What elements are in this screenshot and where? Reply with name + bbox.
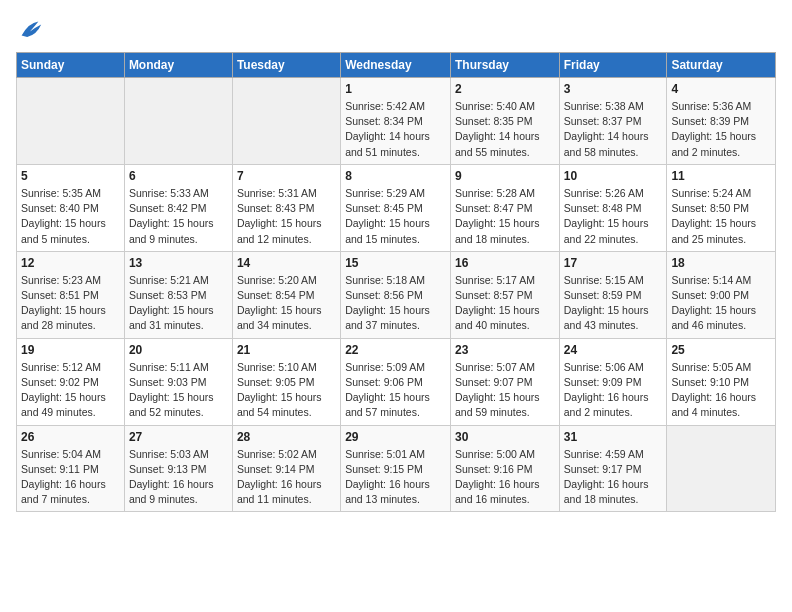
day-number: 7 xyxy=(237,169,336,183)
calendar-cell: 1Sunrise: 5:42 AM Sunset: 8:34 PM Daylig… xyxy=(341,78,451,165)
calendar-cell: 2Sunrise: 5:40 AM Sunset: 8:35 PM Daylig… xyxy=(450,78,559,165)
calendar-cell: 10Sunrise: 5:26 AM Sunset: 8:48 PM Dayli… xyxy=(559,164,667,251)
calendar-cell: 25Sunrise: 5:05 AM Sunset: 9:10 PM Dayli… xyxy=(667,338,776,425)
day-number: 5 xyxy=(21,169,120,183)
day-info: Sunrise: 5:35 AM Sunset: 8:40 PM Dayligh… xyxy=(21,186,120,247)
day-number: 22 xyxy=(345,343,446,357)
day-number: 23 xyxy=(455,343,555,357)
day-info: Sunrise: 5:09 AM Sunset: 9:06 PM Dayligh… xyxy=(345,360,446,421)
day-of-week-header: Friday xyxy=(559,53,667,78)
day-of-week-header: Sunday xyxy=(17,53,125,78)
day-number: 26 xyxy=(21,430,120,444)
day-info: Sunrise: 5:28 AM Sunset: 8:47 PM Dayligh… xyxy=(455,186,555,247)
day-number: 24 xyxy=(564,343,663,357)
calendar-week-row: 1Sunrise: 5:42 AM Sunset: 8:34 PM Daylig… xyxy=(17,78,776,165)
calendar-cell: 31Sunrise: 4:59 AM Sunset: 9:17 PM Dayli… xyxy=(559,425,667,512)
calendar-cell: 4Sunrise: 5:36 AM Sunset: 8:39 PM Daylig… xyxy=(667,78,776,165)
day-number: 13 xyxy=(129,256,228,270)
day-info: Sunrise: 5:23 AM Sunset: 8:51 PM Dayligh… xyxy=(21,273,120,334)
calendar-cell: 20Sunrise: 5:11 AM Sunset: 9:03 PM Dayli… xyxy=(124,338,232,425)
day-number: 8 xyxy=(345,169,446,183)
day-info: Sunrise: 5:24 AM Sunset: 8:50 PM Dayligh… xyxy=(671,186,771,247)
calendar-week-row: 12Sunrise: 5:23 AM Sunset: 8:51 PM Dayli… xyxy=(17,251,776,338)
calendar-cell: 28Sunrise: 5:02 AM Sunset: 9:14 PM Dayli… xyxy=(232,425,340,512)
day-info: Sunrise: 5:02 AM Sunset: 9:14 PM Dayligh… xyxy=(237,447,336,508)
day-number: 15 xyxy=(345,256,446,270)
calendar-cell: 15Sunrise: 5:18 AM Sunset: 8:56 PM Dayli… xyxy=(341,251,451,338)
calendar-week-row: 5Sunrise: 5:35 AM Sunset: 8:40 PM Daylig… xyxy=(17,164,776,251)
calendar-cell: 24Sunrise: 5:06 AM Sunset: 9:09 PM Dayli… xyxy=(559,338,667,425)
day-info: Sunrise: 5:14 AM Sunset: 9:00 PM Dayligh… xyxy=(671,273,771,334)
calendar-cell: 5Sunrise: 5:35 AM Sunset: 8:40 PM Daylig… xyxy=(17,164,125,251)
calendar-cell: 8Sunrise: 5:29 AM Sunset: 8:45 PM Daylig… xyxy=(341,164,451,251)
logo xyxy=(16,16,48,44)
calendar-cell: 23Sunrise: 5:07 AM Sunset: 9:07 PM Dayli… xyxy=(450,338,559,425)
day-number: 3 xyxy=(564,82,663,96)
day-info: Sunrise: 5:18 AM Sunset: 8:56 PM Dayligh… xyxy=(345,273,446,334)
calendar-cell: 16Sunrise: 5:17 AM Sunset: 8:57 PM Dayli… xyxy=(450,251,559,338)
calendar-cell: 7Sunrise: 5:31 AM Sunset: 8:43 PM Daylig… xyxy=(232,164,340,251)
day-number: 29 xyxy=(345,430,446,444)
day-number: 18 xyxy=(671,256,771,270)
day-number: 21 xyxy=(237,343,336,357)
page-header xyxy=(16,16,776,44)
day-number: 2 xyxy=(455,82,555,96)
calendar-cell: 13Sunrise: 5:21 AM Sunset: 8:53 PM Dayli… xyxy=(124,251,232,338)
day-info: Sunrise: 5:29 AM Sunset: 8:45 PM Dayligh… xyxy=(345,186,446,247)
day-info: Sunrise: 5:26 AM Sunset: 8:48 PM Dayligh… xyxy=(564,186,663,247)
day-info: Sunrise: 5:01 AM Sunset: 9:15 PM Dayligh… xyxy=(345,447,446,508)
calendar-cell xyxy=(667,425,776,512)
calendar-cell: 29Sunrise: 5:01 AM Sunset: 9:15 PM Dayli… xyxy=(341,425,451,512)
calendar-week-row: 26Sunrise: 5:04 AM Sunset: 9:11 PM Dayli… xyxy=(17,425,776,512)
day-number: 14 xyxy=(237,256,336,270)
day-info: Sunrise: 5:05 AM Sunset: 9:10 PM Dayligh… xyxy=(671,360,771,421)
calendar-cell: 18Sunrise: 5:14 AM Sunset: 9:00 PM Dayli… xyxy=(667,251,776,338)
day-number: 6 xyxy=(129,169,228,183)
day-info: Sunrise: 5:21 AM Sunset: 8:53 PM Dayligh… xyxy=(129,273,228,334)
day-info: Sunrise: 5:04 AM Sunset: 9:11 PM Dayligh… xyxy=(21,447,120,508)
day-info: Sunrise: 5:31 AM Sunset: 8:43 PM Dayligh… xyxy=(237,186,336,247)
day-number: 30 xyxy=(455,430,555,444)
day-info: Sunrise: 5:10 AM Sunset: 9:05 PM Dayligh… xyxy=(237,360,336,421)
day-number: 28 xyxy=(237,430,336,444)
day-info: Sunrise: 5:15 AM Sunset: 8:59 PM Dayligh… xyxy=(564,273,663,334)
day-info: Sunrise: 5:00 AM Sunset: 9:16 PM Dayligh… xyxy=(455,447,555,508)
day-number: 31 xyxy=(564,430,663,444)
calendar-cell: 17Sunrise: 5:15 AM Sunset: 8:59 PM Dayli… xyxy=(559,251,667,338)
day-info: Sunrise: 5:33 AM Sunset: 8:42 PM Dayligh… xyxy=(129,186,228,247)
day-number: 17 xyxy=(564,256,663,270)
calendar-cell: 6Sunrise: 5:33 AM Sunset: 8:42 PM Daylig… xyxy=(124,164,232,251)
day-info: Sunrise: 5:06 AM Sunset: 9:09 PM Dayligh… xyxy=(564,360,663,421)
day-info: Sunrise: 5:36 AM Sunset: 8:39 PM Dayligh… xyxy=(671,99,771,160)
calendar-cell: 27Sunrise: 5:03 AM Sunset: 9:13 PM Dayli… xyxy=(124,425,232,512)
calendar-cell: 9Sunrise: 5:28 AM Sunset: 8:47 PM Daylig… xyxy=(450,164,559,251)
day-number: 11 xyxy=(671,169,771,183)
calendar-cell: 19Sunrise: 5:12 AM Sunset: 9:02 PM Dayli… xyxy=(17,338,125,425)
calendar-table: SundayMondayTuesdayWednesdayThursdayFrid… xyxy=(16,52,776,512)
calendar-cell: 22Sunrise: 5:09 AM Sunset: 9:06 PM Dayli… xyxy=(341,338,451,425)
calendar-cell: 11Sunrise: 5:24 AM Sunset: 8:50 PM Dayli… xyxy=(667,164,776,251)
day-number: 16 xyxy=(455,256,555,270)
day-info: Sunrise: 5:42 AM Sunset: 8:34 PM Dayligh… xyxy=(345,99,446,160)
day-number: 20 xyxy=(129,343,228,357)
calendar-week-row: 19Sunrise: 5:12 AM Sunset: 9:02 PM Dayli… xyxy=(17,338,776,425)
calendar-cell xyxy=(124,78,232,165)
calendar-cell xyxy=(232,78,340,165)
day-info: Sunrise: 5:20 AM Sunset: 8:54 PM Dayligh… xyxy=(237,273,336,334)
day-info: Sunrise: 5:03 AM Sunset: 9:13 PM Dayligh… xyxy=(129,447,228,508)
day-number: 10 xyxy=(564,169,663,183)
calendar-cell: 3Sunrise: 5:38 AM Sunset: 8:37 PM Daylig… xyxy=(559,78,667,165)
day-number: 27 xyxy=(129,430,228,444)
day-number: 1 xyxy=(345,82,446,96)
day-number: 4 xyxy=(671,82,771,96)
day-of-week-header: Tuesday xyxy=(232,53,340,78)
calendar-cell xyxy=(17,78,125,165)
day-of-week-header: Monday xyxy=(124,53,232,78)
day-info: Sunrise: 5:11 AM Sunset: 9:03 PM Dayligh… xyxy=(129,360,228,421)
day-info: Sunrise: 4:59 AM Sunset: 9:17 PM Dayligh… xyxy=(564,447,663,508)
day-info: Sunrise: 5:40 AM Sunset: 8:35 PM Dayligh… xyxy=(455,99,555,160)
day-info: Sunrise: 5:12 AM Sunset: 9:02 PM Dayligh… xyxy=(21,360,120,421)
day-info: Sunrise: 5:17 AM Sunset: 8:57 PM Dayligh… xyxy=(455,273,555,334)
day-of-week-header: Thursday xyxy=(450,53,559,78)
logo-icon xyxy=(16,16,44,44)
